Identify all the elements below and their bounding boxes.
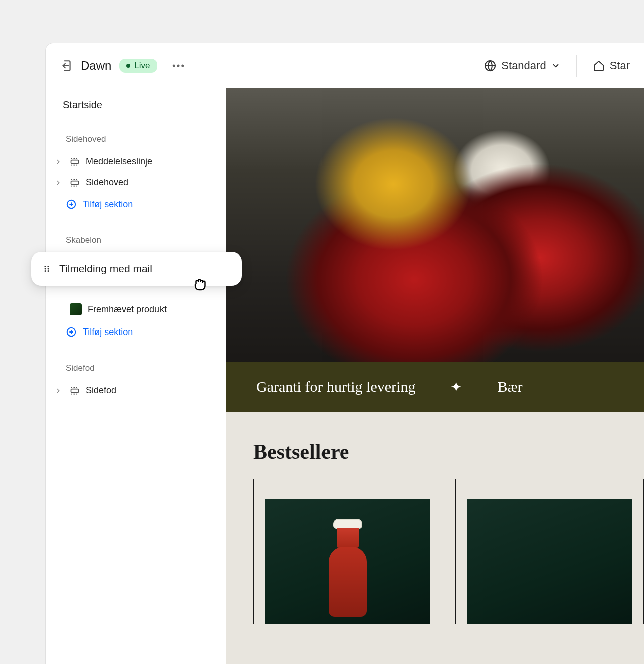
more-icon[interactable] xyxy=(171,58,186,73)
live-badge: Live xyxy=(119,59,157,73)
bottle-illustration xyxy=(329,519,367,619)
product-card[interactable] xyxy=(455,479,645,624)
sidebar-page-title: Startside xyxy=(46,88,226,122)
plus-circle-icon xyxy=(66,326,77,338)
marquee-text: Bær xyxy=(497,378,522,395)
marquee-bar: Garanti for hurtig levering ✦ Bær xyxy=(226,362,644,412)
topbar-right: Standard Star xyxy=(484,55,630,77)
svg-point-21 xyxy=(45,266,46,267)
svg-point-23 xyxy=(45,268,46,270)
sparkle-icon: ✦ xyxy=(450,379,462,395)
sidebar-item-announcement[interactable]: Meddelelseslinje xyxy=(66,151,216,172)
product-image xyxy=(467,499,632,624)
chevron-right-icon xyxy=(55,179,64,186)
svg-point-26 xyxy=(48,270,49,272)
svg-rect-9 xyxy=(71,181,79,184)
svg-point-22 xyxy=(48,266,49,267)
section-group-title: Skabelon xyxy=(66,235,216,245)
drag-handle-icon[interactable] xyxy=(42,264,51,273)
live-label: Live xyxy=(134,61,150,71)
product-card[interactable] xyxy=(253,479,442,624)
sidebar: Startside Sidehoved Meddelelseslinje Sid… xyxy=(46,88,226,664)
theme-name: Dawn xyxy=(81,59,111,73)
svg-point-1 xyxy=(172,64,175,67)
section-icon xyxy=(70,157,80,167)
section-thumbnail xyxy=(70,303,82,315)
chevron-right-icon xyxy=(55,387,64,394)
sidebar-item-label: Meddelelseslinje xyxy=(86,156,152,167)
divider xyxy=(576,55,577,77)
live-dot-icon xyxy=(126,64,130,68)
section-group-title: Sidehoved xyxy=(66,134,216,144)
add-section-button[interactable]: Tilføj sektion xyxy=(66,193,216,220)
product-image xyxy=(265,499,430,624)
svg-point-25 xyxy=(45,270,46,272)
sidebar-item-label: Fremhævet produkt xyxy=(88,304,167,315)
home-icon xyxy=(593,60,605,72)
add-section-button[interactable]: Tilføj sektion xyxy=(66,320,216,348)
dragging-section-label: Tilmelding med mail xyxy=(59,263,152,275)
hero-image xyxy=(226,88,644,362)
sidebar-item-footer[interactable]: Sidefod xyxy=(66,380,216,401)
grab-cursor-icon xyxy=(191,275,209,293)
svg-point-24 xyxy=(48,268,49,270)
sidebar-item-featured-product[interactable]: Fremhævet produkt xyxy=(66,298,216,320)
marquee-text: Garanti for hurtig levering xyxy=(256,378,415,395)
section-group-header: Sidehoved Meddelelseslinje Sidehoved Til… xyxy=(46,122,226,223)
plus-circle-icon xyxy=(66,199,77,210)
svg-point-3 xyxy=(181,64,184,67)
section-group-title: Sidefod xyxy=(66,363,216,373)
page-label: Star xyxy=(610,59,630,72)
product-list xyxy=(226,479,644,624)
topbar: Dawn Live Standard Star xyxy=(46,43,644,88)
page-picker[interactable]: Star xyxy=(593,59,630,72)
sidebar-item-label: Sidehoved xyxy=(86,177,128,188)
svg-rect-18 xyxy=(71,389,79,392)
app-window: Dawn Live Standard Star Startside xyxy=(45,43,644,664)
sidebar-item-header[interactable]: Sidehoved xyxy=(66,172,216,193)
locale-label: Standard xyxy=(501,59,546,72)
section-icon xyxy=(70,178,80,188)
back-icon[interactable] xyxy=(60,59,73,72)
workspace: Startside Sidehoved Meddelelseslinje Sid… xyxy=(46,88,644,664)
dragging-section-card[interactable]: Tilmelding med mail xyxy=(31,252,242,286)
svg-rect-6 xyxy=(71,160,79,163)
preview-pane: Garanti for hurtig levering ✦ Bær Bestse… xyxy=(226,88,644,664)
svg-point-2 xyxy=(177,64,179,67)
locale-picker[interactable]: Standard xyxy=(484,59,560,72)
section-icon xyxy=(70,386,80,396)
add-section-label: Tilføj sektion xyxy=(83,327,133,338)
add-section-label: Tilføj sektion xyxy=(83,199,133,210)
sidebar-item-label: Sidefod xyxy=(86,385,116,396)
globe-icon xyxy=(484,60,496,72)
chevron-right-icon xyxy=(55,158,64,165)
section-group-footer: Sidefod Sidefod xyxy=(46,351,226,404)
bestsellers-title: Bestsellere xyxy=(226,412,644,479)
chevron-down-icon xyxy=(551,61,560,70)
